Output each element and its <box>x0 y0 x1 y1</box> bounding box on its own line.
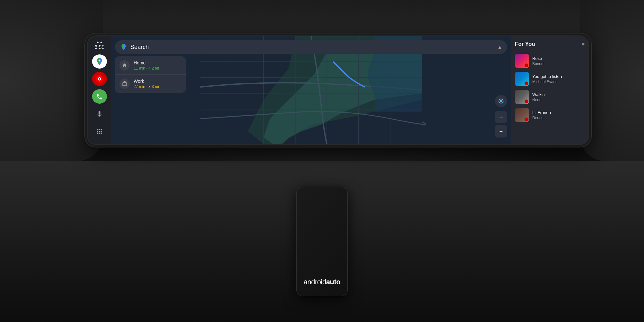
svg-point-3 <box>99 78 100 80</box>
zoom-out-button[interactable]: − <box>495 125 507 137</box>
track-name-4: Lil Franen <box>532 110 584 115</box>
dashboard-bottom: androidauto <box>0 161 644 322</box>
nav-icon-maps[interactable] <box>92 54 107 69</box>
home-icon <box>119 60 130 71</box>
nav-icon-microphone[interactable] <box>92 107 107 121</box>
signal-icon: ▲▲ <box>94 40 104 44</box>
track-info-4: Lil Franen Deuce <box>532 110 584 120</box>
home-info: Home 11 min · 4.2 mi <box>134 60 181 71</box>
music-dot-icon <box>582 43 584 45</box>
android-auto-logo: androidauto <box>304 278 340 286</box>
zoom-in-button[interactable]: + <box>495 111 507 123</box>
maps-icon <box>95 57 104 66</box>
car-interior: androidauto ▲▲ 6:55 <box>0 0 644 322</box>
phone-device: androidauto <box>296 187 348 296</box>
nav-sidebar: ▲▲ 6:55 <box>88 36 111 144</box>
microphone-icon <box>96 110 103 118</box>
work-detail: 27 min · 8.3 mi <box>134 84 181 89</box>
google-maps-search-icon <box>120 43 127 51</box>
work-name: Work <box>134 79 181 84</box>
nav-icon-phone[interactable] <box>92 89 107 103</box>
work-info: Work 27 min · 8.3 mi <box>134 79 181 89</box>
dash-right-panel <box>580 0 644 161</box>
track-artist-4: Deuce <box>532 116 584 120</box>
music-track-3[interactable]: Walkin' Neus <box>515 88 584 106</box>
play-indicator-3 <box>525 99 528 103</box>
play-indicator-4 <box>525 118 528 121</box>
music-panel: For You Rose Bonod <box>511 36 588 144</box>
work-icon <box>119 79 130 89</box>
track-artist-1: Bonod <box>532 62 584 66</box>
track-thumb-2 <box>515 72 529 86</box>
home-detail: 11 min · 4.2 mi <box>134 66 181 71</box>
track-artist-2: Micheal Evans <box>532 80 584 84</box>
destination-home[interactable]: Home 11 min · 4.2 mi <box>115 56 186 75</box>
screen-bezel: ▲▲ 6:55 <box>87 35 589 145</box>
track-info-1: Rose Bonod <box>532 56 584 66</box>
phone-icon <box>96 93 103 100</box>
track-info-2: You got to listen Micheal Evans <box>532 74 584 84</box>
nav-icon-youtube-music[interactable] <box>92 72 107 86</box>
track-name-2: You got to listen <box>532 74 584 79</box>
search-overlay: Search ▲ <box>115 40 507 54</box>
track-thumb-3 <box>515 90 529 104</box>
nav-icon-apps[interactable] <box>92 124 107 138</box>
track-name-1: Rose <box>532 56 584 61</box>
map-area[interactable]: Search ▲ Home 11 min · 4.2 mi <box>111 36 511 144</box>
youtube-music-icon <box>96 75 103 83</box>
chevron-up-icon: ▲ <box>497 44 502 50</box>
music-track-4[interactable]: Lil Franen Deuce <box>515 106 584 124</box>
map-controls: + − <box>495 95 507 137</box>
track-name-3: Walkin' <box>532 92 584 97</box>
music-panel-title: For You <box>515 41 535 47</box>
main-screen: ▲▲ 6:55 <box>88 36 588 144</box>
home-name: Home <box>134 60 181 65</box>
track-info-3: Walkin' Neus <box>532 92 584 102</box>
music-header: For You <box>515 41 584 47</box>
grid-icon <box>96 128 103 135</box>
track-thumb-1 <box>515 54 529 68</box>
location-button[interactable] <box>495 95 507 107</box>
play-indicator-2 <box>525 81 528 85</box>
destination-list: Home 11 min · 4.2 mi Work 27 min · 8.3 m… <box>115 56 186 93</box>
music-track-1[interactable]: Rose Bonod <box>515 52 584 70</box>
svg-point-0 <box>99 60 100 61</box>
music-track-2[interactable]: You got to listen Micheal Evans <box>515 70 584 88</box>
track-thumb-4 <box>515 108 529 122</box>
status-bar: ▲▲ 6:55 <box>94 40 104 50</box>
time-display: 6:55 <box>94 44 104 50</box>
search-bar[interactable]: Search ▲ <box>115 40 507 54</box>
play-indicator-1 <box>525 63 528 67</box>
destination-work[interactable]: Work 27 min · 8.3 mi <box>115 75 186 93</box>
search-label: Search <box>130 44 494 51</box>
track-artist-3: Neus <box>532 98 584 102</box>
